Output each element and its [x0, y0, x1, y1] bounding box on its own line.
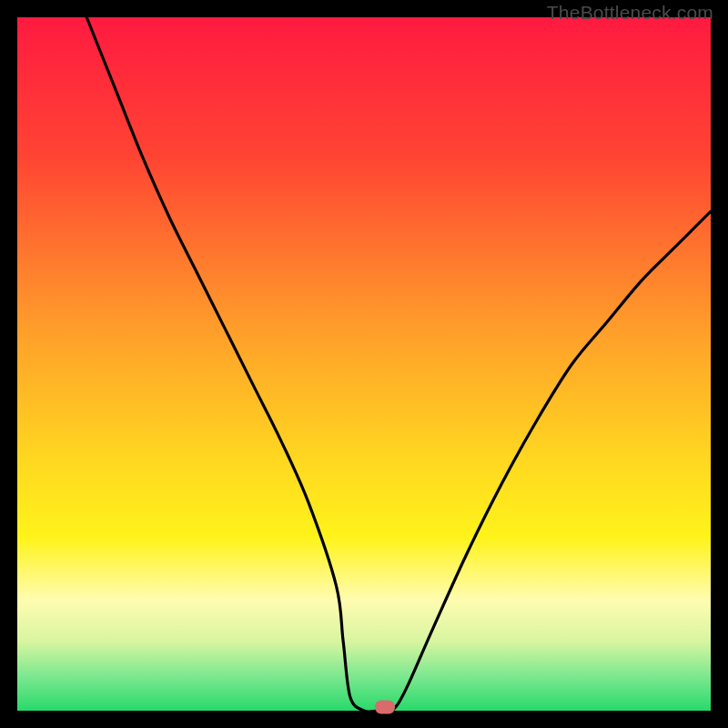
watermark-text: TheBottleneck.com: [547, 2, 713, 24]
chart-area: [17, 17, 711, 711]
bottleneck-curve: [17, 17, 711, 711]
minimum-marker: [375, 701, 395, 714]
chart-container: TheBottleneck.com: [0, 0, 728, 728]
